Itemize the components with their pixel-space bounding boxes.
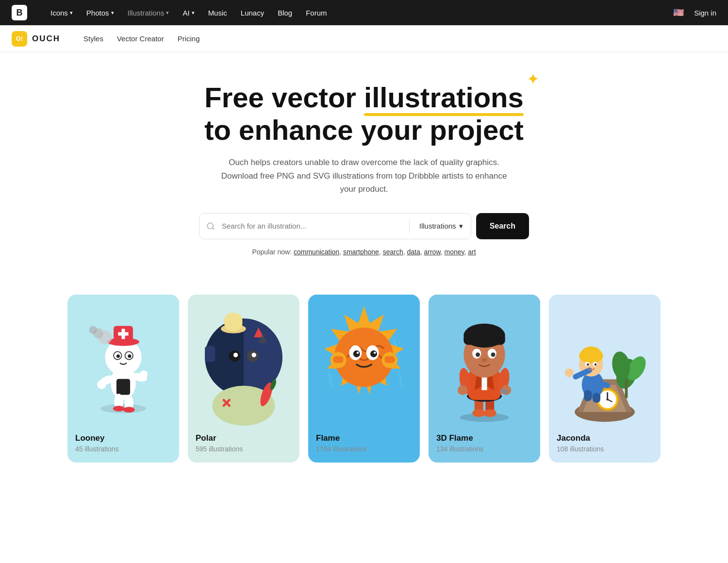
popular-tag-search[interactable]: search	[383, 248, 403, 256]
card-polar-info: Polar 595 illustrations	[188, 426, 299, 463]
card-looney-image	[67, 295, 179, 426]
svg-point-51	[353, 350, 360, 357]
card-looney[interactable]: Looney 45 illustrations	[67, 295, 179, 463]
chevron-down-icon: ▾	[459, 222, 463, 231]
nav-music[interactable]: Music	[208, 9, 227, 17]
hero-subtitle: Ouch helps creators unable to draw overc…	[214, 156, 514, 196]
svg-point-81	[491, 352, 496, 357]
hero-title: Free vector illustrations ✦ to enhance y…	[170, 82, 558, 146]
svg-rect-57	[333, 356, 344, 363]
svg-point-63	[483, 409, 496, 417]
svg-rect-58	[384, 356, 395, 363]
svg-line-1	[212, 228, 214, 229]
card-polar-image	[188, 295, 299, 426]
card-flame[interactable]: Flame 1794 illustrations	[308, 295, 420, 463]
card-jaconda-info: Jaconda 108 illustrations	[549, 426, 661, 463]
chevron-down-icon: ▾	[70, 10, 73, 16]
popular-label: Popular now:	[252, 248, 292, 256]
search-input[interactable]	[222, 222, 407, 230]
svg-rect-77	[463, 334, 505, 345]
popular-tag-art[interactable]: art	[468, 248, 476, 256]
svg-point-52	[370, 350, 377, 357]
search-button[interactable]: Search	[476, 213, 529, 239]
svg-rect-38	[231, 389, 256, 412]
svg-marker-46	[397, 369, 404, 392]
card-looney-name: Looney	[75, 433, 171, 443]
svg-point-17	[128, 354, 131, 358]
svg-rect-21	[118, 332, 128, 335]
chevron-down-icon: ▾	[111, 10, 114, 16]
svg-point-105	[595, 364, 597, 366]
svg-rect-29	[224, 313, 243, 331]
search-bar: Illustrations ▾	[199, 213, 471, 239]
svg-point-12	[123, 407, 134, 413]
nav-lunacy[interactable]: Lunacy	[241, 9, 264, 17]
svg-point-107	[565, 368, 574, 377]
svg-point-24	[89, 326, 97, 334]
card-polar[interactable]: Polar 595 illustrations	[188, 295, 299, 463]
svg-rect-98	[593, 393, 600, 402]
nav-styles[interactable]: Styles	[83, 34, 103, 43]
chevron-down-icon: ▾	[192, 10, 195, 16]
card-flame-count: 1794 illustrations	[316, 445, 412, 453]
svg-point-80	[476, 352, 480, 357]
nav-icons[interactable]: Icons ▾	[50, 9, 73, 17]
card-3d-flame-info: 3D Flame 134 illustrations	[429, 426, 540, 463]
search-container: Illustrations ▾ Search	[199, 213, 529, 239]
ouch-logo-link[interactable]: O! OUCH	[12, 31, 60, 47]
brand-logo[interactable]: B	[12, 5, 27, 20]
nav-blog[interactable]: Blog	[278, 9, 292, 17]
popular-tag-money[interactable]: money	[445, 248, 464, 256]
nav-photos[interactable]: Photos ▾	[86, 9, 114, 17]
svg-point-54	[374, 351, 376, 354]
popular-tag-data[interactable]: data	[407, 248, 420, 256]
chevron-down-icon: ▾	[166, 10, 169, 16]
nav-illustrations[interactable]: Illustrations ▾	[128, 9, 169, 17]
language-flag-icon[interactable]: 🇺🇸	[673, 9, 684, 17]
card-3d-flame-count: 134 illustrations	[436, 445, 532, 453]
card-jaconda-count: 108 illustrations	[557, 445, 653, 453]
svg-point-53	[357, 351, 359, 354]
popular-tag-arrow[interactable]: arrow	[424, 248, 440, 256]
top-navigation: B Icons ▾ Photos ▾ Illustrations ▾ AI ▾ …	[0, 0, 728, 25]
ouch-badge: O!	[12, 31, 27, 47]
svg-point-82	[481, 358, 487, 362]
card-looney-info: Looney 45 illustrations	[67, 426, 179, 463]
card-jaconda-image	[549, 295, 661, 426]
svg-marker-45	[327, 369, 334, 392]
top-nav-right: 🇺🇸 Sign in	[673, 9, 716, 17]
search-type-label: Illustrations	[419, 222, 456, 230]
nav-forum[interactable]: Forum	[306, 9, 327, 17]
card-flame-image	[308, 295, 420, 426]
secondary-navigation: O! OUCH Styles Vector Creator Pricing	[0, 25, 728, 52]
popular-tag-communication[interactable]: communication	[294, 248, 339, 256]
card-polar-count: 595 illustrations	[196, 445, 292, 453]
popular-tag-smartphone[interactable]: smartphone	[343, 248, 379, 256]
top-nav-links: Icons ▾ Photos ▾ Illustrations ▾ AI ▾ Mu…	[50, 9, 657, 17]
nav-pricing[interactable]: Pricing	[178, 34, 200, 43]
hero-section: Free vector illustrations ✦ to enhance y…	[0, 52, 728, 275]
card-polar-name: Polar	[196, 433, 292, 443]
nav-ai[interactable]: AI ▾	[182, 9, 194, 17]
svg-point-16	[116, 354, 120, 358]
svg-point-104	[587, 364, 589, 366]
svg-point-101	[581, 347, 601, 360]
card-jaconda[interactable]: Jaconda 108 illustrations	[549, 295, 661, 463]
search-divider	[409, 219, 410, 233]
svg-point-7	[97, 380, 106, 389]
card-looney-count: 45 illustrations	[75, 445, 171, 453]
svg-point-8	[140, 370, 148, 378]
ouch-brand-name: OUCH	[32, 34, 60, 44]
card-3d-flame-image	[429, 295, 540, 426]
card-flame-name: Flame	[316, 433, 412, 443]
svg-rect-36	[205, 346, 215, 362]
search-type-dropdown[interactable]: Illustrations ▾	[412, 222, 471, 231]
card-3d-flame-name: 3D Flame	[436, 433, 532, 443]
sign-in-button[interactable]: Sign in	[694, 9, 716, 17]
svg-point-35	[251, 353, 256, 357]
nav-vector-creator[interactable]: Vector Creator	[117, 34, 164, 43]
card-flame-info: Flame 1794 illustrations	[308, 426, 420, 463]
svg-rect-97	[584, 390, 592, 401]
card-3d-flame[interactable]: 3D Flame 134 illustrations	[429, 295, 540, 463]
illustration-cards-section: Looney 45 illustrations	[0, 275, 728, 482]
